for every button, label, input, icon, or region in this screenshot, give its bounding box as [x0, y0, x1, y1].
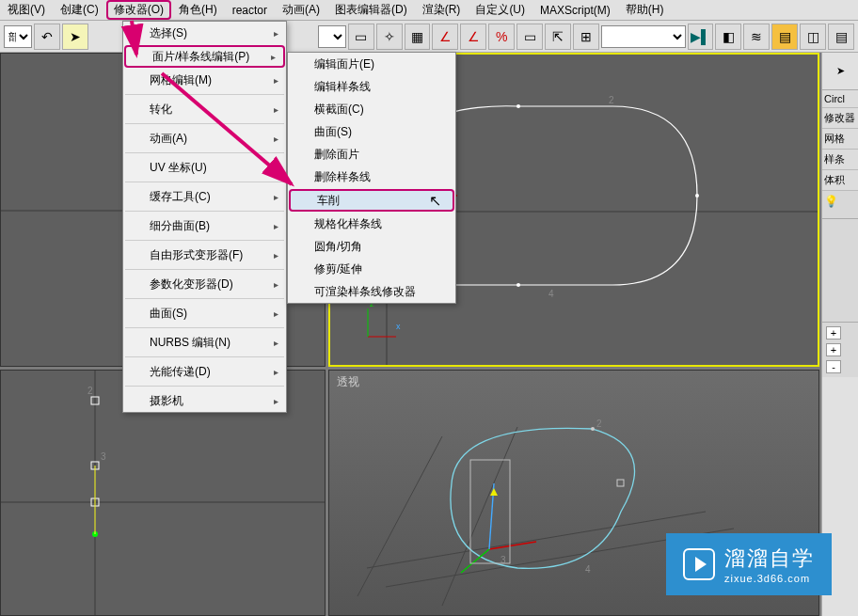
spline-label[interactable]: 样条: [822, 150, 858, 170]
command-panel: ➤ Circl 修改器 网格 样条 体积 💡 + + -: [821, 53, 858, 616]
menu-reactor[interactable]: reactor: [225, 2, 275, 19]
menu-conversion[interactable]: 转化▸: [123, 98, 286, 120]
object-name-field[interactable]: Circl: [822, 90, 858, 108]
toolbar-selector-right[interactable]: [601, 25, 686, 48]
minus-button[interactable]: -: [826, 360, 841, 373]
menu-view[interactable]: 视图(V): [0, 0, 53, 20]
svg-text:4: 4: [585, 564, 591, 575]
tool-btn-9[interactable]: ⊞: [573, 24, 599, 50]
tool-btn-11[interactable]: ◧: [715, 24, 741, 50]
tool-btn-2[interactable]: ✧: [376, 24, 403, 50]
submenu-renderable-spline[interactable]: 可渲染样条线修改器: [288, 280, 455, 303]
tool-btn-3[interactable]: ▦: [405, 24, 431, 50]
svg-point-6: [695, 194, 699, 197]
toolbar-selector-left[interactable]: 部: [4, 25, 32, 48]
svg-point-29: [591, 427, 595, 431]
watermark: 溜溜自学 zixue.3d66.com: [666, 533, 832, 595]
submenu-edit-patch[interactable]: 编辑面片(E): [288, 53, 455, 75]
svg-text:4: 4: [548, 289, 554, 299]
menu-animation-modifiers[interactable]: 动画(A)▸: [123, 127, 286, 150]
svg-text:2: 2: [609, 95, 614, 105]
menu-parametric-deformers[interactable]: 参数化变形器(D)▸: [123, 273, 286, 295]
tool-snap-angle-2[interactable]: ∠: [460, 24, 486, 50]
modifier-list-label[interactable]: 修改器: [822, 108, 858, 129]
menu-customize[interactable]: 自定义(U): [468, 0, 532, 20]
menu-free-form-deformers[interactable]: 自由形式变形器(F)▸: [123, 244, 286, 266]
submenu-delete-spline[interactable]: 删除样条线: [288, 166, 455, 188]
submenu-fillet-chamfer[interactable]: 圆角/切角: [288, 235, 455, 258]
mesh-label[interactable]: 网格: [822, 129, 858, 150]
menu-help[interactable]: 帮助(H): [618, 0, 672, 20]
menu-animation[interactable]: 动画(A): [275, 0, 327, 20]
menu-bar: 视图(V) 创建(C) 修改器(O) 角色(H) reactor 动画(A) 图…: [0, 0, 858, 21]
tool-btn-14[interactable]: ◫: [800, 24, 826, 50]
toolbar-selector-mid[interactable]: [318, 25, 346, 48]
svg-text:2: 2: [87, 386, 93, 396]
cursor-icon: ↖: [429, 192, 441, 210]
submenu-delete-patch[interactable]: 删除面片: [288, 143, 455, 166]
tool-snap-percent[interactable]: %: [488, 24, 515, 50]
menu-uv-coordinates[interactable]: UV 坐标(U)▸: [123, 156, 286, 179]
svg-point-7: [516, 283, 520, 287]
tool-schematic-button[interactable]: ▤: [771, 24, 798, 50]
tool-btn-8[interactable]: ⇱: [545, 24, 571, 50]
menu-render[interactable]: 渲染(R): [415, 0, 469, 20]
undo-button[interactable]: ↶: [34, 24, 60, 50]
svg-line-34: [489, 542, 536, 549]
patch-spline-submenu: 编辑面片(E) 编辑样条线 横截面(C) 曲面(S) 删除面片 删除样条线 车削…: [287, 52, 456, 304]
menu-maxscript[interactable]: MAXScript(M): [532, 2, 618, 19]
watermark-title: 溜溜自学: [724, 546, 815, 570]
menu-cache-tools[interactable]: 缓存工具(C)▸: [123, 185, 286, 208]
menu-character[interactable]: 角色(H): [171, 0, 225, 20]
menu-modifiers[interactable]: 修改器(O): [106, 0, 171, 20]
menu-subdivision-surfaces[interactable]: 细分曲面(B)▸: [123, 214, 286, 237]
watermark-sub: zixue.3d66.com: [724, 573, 815, 584]
svg-text:x: x: [396, 322, 401, 331]
submenu-surface[interactable]: 曲面(S): [288, 120, 455, 143]
select-arrow-button[interactable]: ➤: [62, 24, 88, 50]
select-arrow-icon[interactable]: ➤: [836, 65, 845, 77]
svg-text:3: 3: [101, 451, 106, 462]
svg-point-4: [516, 104, 520, 108]
plus-button-2[interactable]: +: [826, 343, 841, 356]
lightbulb-icon[interactable]: 💡: [824, 195, 838, 208]
plus-button[interactable]: +: [826, 326, 841, 340]
menu-patch-spline-editing[interactable]: 面片/样条线编辑(P)▸: [124, 45, 285, 68]
volume-label[interactable]: 体积: [822, 170, 858, 191]
menu-nurbs-editing[interactable]: NURBS 编辑(N)▸: [123, 331, 286, 354]
submenu-normalize-spline[interactable]: 规格化样条线: [288, 213, 455, 235]
tool-btn-7[interactable]: ▭: [516, 24, 543, 50]
menu-create[interactable]: 创建(C): [53, 0, 106, 20]
tool-snap-angle-1[interactable]: ∠: [432, 24, 458, 50]
menu-cameras[interactable]: 摄影机▸: [123, 389, 286, 412]
svg-rect-31: [617, 480, 624, 486]
svg-text:2: 2: [596, 419, 602, 429]
submenu-trim-extend[interactable]: 修剪/延伸: [288, 258, 455, 280]
svg-line-28: [442, 427, 517, 606]
svg-line-25: [367, 512, 706, 568]
menu-radiosity[interactable]: 光能传递(D)▸: [123, 360, 286, 383]
submenu-cross-section[interactable]: 横截面(C): [288, 98, 455, 120]
menu-graph-editors[interactable]: 图表编辑器(D): [327, 0, 415, 20]
menu-mesh-editing[interactable]: 网格编辑(M)▸: [123, 69, 286, 91]
play-icon: [683, 548, 715, 580]
submenu-edit-spline[interactable]: 编辑样条线: [288, 75, 455, 98]
tool-btn-1[interactable]: ▭: [348, 24, 374, 50]
svg-line-27: [358, 436, 442, 596]
tool-btn-15[interactable]: ▤: [828, 24, 854, 50]
menu-surface[interactable]: 曲面(S)▸: [123, 302, 286, 324]
tool-play-button[interactable]: ▶▌: [688, 24, 714, 50]
modifiers-menu: 选择(S)▸ 面片/样条线编辑(P)▸ 网格编辑(M)▸ 转化▸ 动画(A)▸ …: [122, 21, 287, 413]
tool-layers-button[interactable]: ≋: [743, 24, 770, 50]
menu-selection[interactable]: 选择(S)▸: [123, 22, 286, 44]
